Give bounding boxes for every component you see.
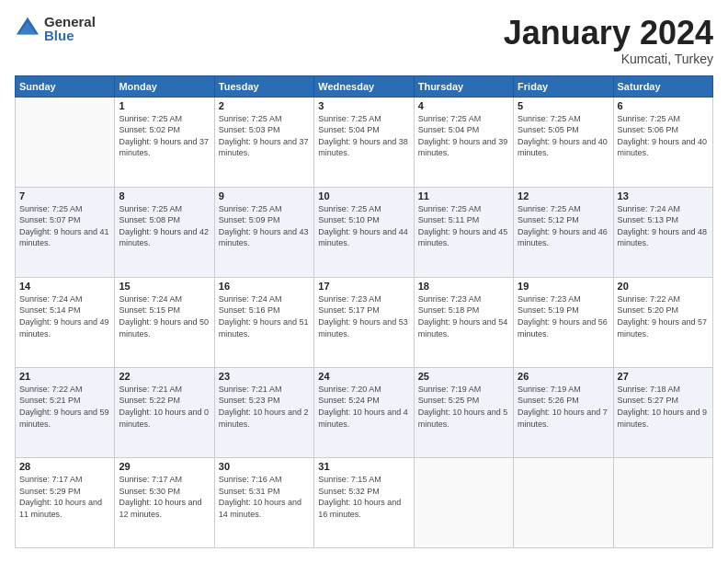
calendar-cell: 19Sunrise: 7:23 AMSunset: 5:19 PMDayligh… xyxy=(514,277,613,367)
day-number: 30 xyxy=(219,461,310,472)
calendar-cell: 9Sunrise: 7:25 AMSunset: 5:09 PMDaylight… xyxy=(214,187,313,277)
weekday-header: Sunday xyxy=(16,75,115,97)
calendar-cell: 17Sunrise: 7:23 AMSunset: 5:17 PMDayligh… xyxy=(314,277,414,367)
calendar-cell: 3Sunrise: 7:25 AMSunset: 5:04 PMDaylight… xyxy=(314,97,414,187)
day-number: 21 xyxy=(19,371,110,382)
day-number: 5 xyxy=(518,100,609,111)
day-info: Sunrise: 7:21 AMSunset: 5:23 PMDaylight:… xyxy=(219,384,310,430)
day-number: 12 xyxy=(518,190,609,201)
day-number: 25 xyxy=(418,371,509,382)
day-number: 27 xyxy=(618,371,709,382)
weekday-header: Tuesday xyxy=(214,75,313,97)
calendar-cell: 30Sunrise: 7:16 AMSunset: 5:31 PMDayligh… xyxy=(214,457,313,547)
day-info: Sunrise: 7:24 AMSunset: 5:14 PMDaylight:… xyxy=(19,293,110,339)
day-number: 9 xyxy=(219,190,310,201)
day-info: Sunrise: 7:25 AMSunset: 5:03 PMDaylight:… xyxy=(219,113,310,159)
calendar-cell: 20Sunrise: 7:22 AMSunset: 5:20 PMDayligh… xyxy=(613,277,712,367)
day-number: 6 xyxy=(618,100,709,111)
weekday-header: Saturday xyxy=(613,75,712,97)
day-number: 22 xyxy=(119,371,210,382)
week-row: 14Sunrise: 7:24 AMSunset: 5:14 PMDayligh… xyxy=(16,277,713,367)
day-info: Sunrise: 7:25 AMSunset: 5:09 PMDaylight:… xyxy=(219,203,310,249)
day-info: Sunrise: 7:16 AMSunset: 5:31 PMDaylight:… xyxy=(219,474,310,520)
week-row: 1Sunrise: 7:25 AMSunset: 5:02 PMDaylight… xyxy=(16,97,713,187)
logo-general: General xyxy=(44,15,96,29)
day-info: Sunrise: 7:25 AMSunset: 5:02 PMDaylight:… xyxy=(119,113,210,159)
day-info: Sunrise: 7:15 AMSunset: 5:32 PMDaylight:… xyxy=(318,474,409,520)
day-info: Sunrise: 7:22 AMSunset: 5:20 PMDaylight:… xyxy=(618,293,709,339)
calendar-cell: 10Sunrise: 7:25 AMSunset: 5:10 PMDayligh… xyxy=(314,187,414,277)
day-number: 19 xyxy=(518,281,609,292)
calendar-cell: 24Sunrise: 7:20 AMSunset: 5:24 PMDayligh… xyxy=(314,367,414,457)
calendar-cell xyxy=(16,97,115,187)
calendar-cell: 22Sunrise: 7:21 AMSunset: 5:22 PMDayligh… xyxy=(115,367,214,457)
calendar-cell: 7Sunrise: 7:25 AMSunset: 5:07 PMDaylight… xyxy=(16,187,115,277)
day-info: Sunrise: 7:24 AMSunset: 5:13 PMDaylight:… xyxy=(618,203,709,249)
weekday-header: Monday xyxy=(115,75,214,97)
calendar-cell: 18Sunrise: 7:23 AMSunset: 5:18 PMDayligh… xyxy=(414,277,513,367)
logo: General Blue xyxy=(15,15,96,42)
day-info: Sunrise: 7:25 AMSunset: 5:04 PMDaylight:… xyxy=(418,113,509,159)
day-info: Sunrise: 7:23 AMSunset: 5:18 PMDaylight:… xyxy=(418,293,509,339)
calendar-cell: 26Sunrise: 7:19 AMSunset: 5:26 PMDayligh… xyxy=(514,367,613,457)
weekday-header-row: SundayMondayTuesdayWednesdayThursdayFrid… xyxy=(16,75,713,97)
day-number: 11 xyxy=(418,190,509,201)
calendar-cell: 28Sunrise: 7:17 AMSunset: 5:29 PMDayligh… xyxy=(16,457,115,547)
day-number: 3 xyxy=(318,100,409,111)
day-info: Sunrise: 7:19 AMSunset: 5:25 PMDaylight:… xyxy=(418,384,509,430)
week-row: 7Sunrise: 7:25 AMSunset: 5:07 PMDaylight… xyxy=(16,187,713,277)
day-info: Sunrise: 7:25 AMSunset: 5:05 PMDaylight:… xyxy=(518,113,609,159)
day-number: 14 xyxy=(19,281,110,292)
logo-icon xyxy=(15,16,40,41)
day-info: Sunrise: 7:25 AMSunset: 5:06 PMDaylight:… xyxy=(618,113,709,159)
calendar-cell: 23Sunrise: 7:21 AMSunset: 5:23 PMDayligh… xyxy=(214,367,313,457)
week-row: 21Sunrise: 7:22 AMSunset: 5:21 PMDayligh… xyxy=(16,367,713,457)
day-number: 29 xyxy=(119,461,210,472)
day-info: Sunrise: 7:25 AMSunset: 5:10 PMDaylight:… xyxy=(318,203,409,249)
day-number: 8 xyxy=(119,190,210,201)
day-number: 13 xyxy=(618,190,709,201)
logo-text: General Blue xyxy=(44,15,96,42)
day-number: 15 xyxy=(119,281,210,292)
day-number: 18 xyxy=(418,281,509,292)
day-number: 24 xyxy=(318,371,409,382)
day-number: 17 xyxy=(318,281,409,292)
calendar-cell xyxy=(414,457,513,547)
month-year: January 2024 xyxy=(504,15,713,52)
calendar-cell: 14Sunrise: 7:24 AMSunset: 5:14 PMDayligh… xyxy=(16,277,115,367)
day-number: 10 xyxy=(318,190,409,201)
day-number: 26 xyxy=(518,371,609,382)
day-number: 4 xyxy=(418,100,509,111)
calendar-cell: 15Sunrise: 7:24 AMSunset: 5:15 PMDayligh… xyxy=(115,277,214,367)
weekday-header: Friday xyxy=(514,75,613,97)
calendar-cell: 5Sunrise: 7:25 AMSunset: 5:05 PMDaylight… xyxy=(514,97,613,187)
title-block: January 2024 Kumcati, Turkey xyxy=(504,15,713,66)
weekday-header: Thursday xyxy=(414,75,513,97)
header: General Blue January 2024 Kumcati, Turke… xyxy=(15,15,713,66)
day-info: Sunrise: 7:21 AMSunset: 5:22 PMDaylight:… xyxy=(119,384,210,430)
day-info: Sunrise: 7:22 AMSunset: 5:21 PMDaylight:… xyxy=(19,384,110,430)
day-number: 20 xyxy=(618,281,709,292)
calendar-cell: 2Sunrise: 7:25 AMSunset: 5:03 PMDaylight… xyxy=(214,97,313,187)
calendar-cell: 31Sunrise: 7:15 AMSunset: 5:32 PMDayligh… xyxy=(314,457,414,547)
week-row: 28Sunrise: 7:17 AMSunset: 5:29 PMDayligh… xyxy=(16,457,713,547)
calendar-cell: 13Sunrise: 7:24 AMSunset: 5:13 PMDayligh… xyxy=(613,187,712,277)
day-info: Sunrise: 7:18 AMSunset: 5:27 PMDaylight:… xyxy=(618,384,709,430)
calendar-cell: 16Sunrise: 7:24 AMSunset: 5:16 PMDayligh… xyxy=(214,277,313,367)
calendar-cell: 27Sunrise: 7:18 AMSunset: 5:27 PMDayligh… xyxy=(613,367,712,457)
day-number: 1 xyxy=(119,100,210,111)
calendar-cell: 4Sunrise: 7:25 AMSunset: 5:04 PMDaylight… xyxy=(414,97,513,187)
day-info: Sunrise: 7:24 AMSunset: 5:15 PMDaylight:… xyxy=(119,293,210,339)
day-info: Sunrise: 7:25 AMSunset: 5:12 PMDaylight:… xyxy=(518,203,609,249)
page: General Blue January 2024 Kumcati, Turke… xyxy=(0,0,728,563)
calendar-cell: 25Sunrise: 7:19 AMSunset: 5:25 PMDayligh… xyxy=(414,367,513,457)
day-info: Sunrise: 7:17 AMSunset: 5:30 PMDaylight:… xyxy=(119,474,210,520)
calendar: SundayMondayTuesdayWednesdayThursdayFrid… xyxy=(15,75,713,548)
calendar-cell: 6Sunrise: 7:25 AMSunset: 5:06 PMDaylight… xyxy=(613,97,712,187)
day-info: Sunrise: 7:25 AMSunset: 5:11 PMDaylight:… xyxy=(418,203,509,249)
day-number: 2 xyxy=(219,100,310,111)
day-number: 23 xyxy=(219,371,310,382)
day-info: Sunrise: 7:20 AMSunset: 5:24 PMDaylight:… xyxy=(318,384,409,430)
calendar-cell xyxy=(514,457,613,547)
day-number: 16 xyxy=(219,281,310,292)
